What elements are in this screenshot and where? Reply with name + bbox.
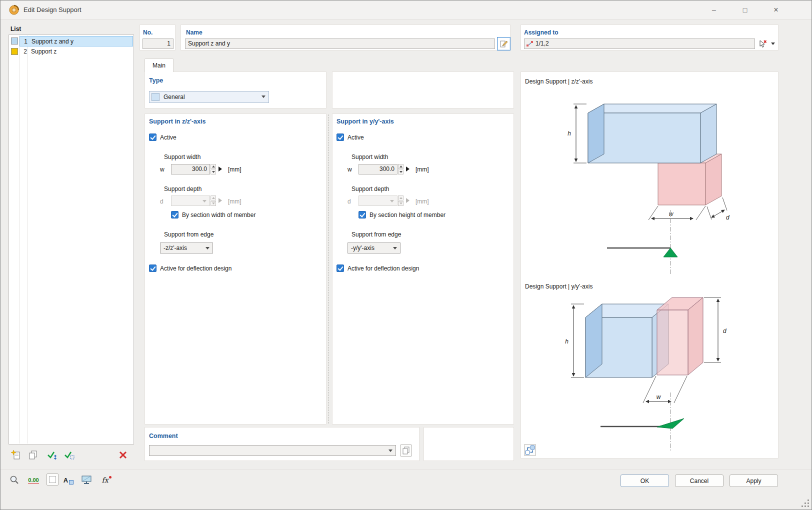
svg-text:d: d bbox=[726, 214, 730, 221]
decimal-places-button[interactable]: 0.00 bbox=[26, 473, 40, 487]
list-item-body[interactable]: 1 Support z and y bbox=[20, 36, 133, 46]
support-from-edge-y-value: -y/y'-axis bbox=[351, 244, 374, 252]
color-swatch[interactable] bbox=[11, 38, 18, 44]
by-section-width-checkbox[interactable] bbox=[171, 211, 178, 218]
apply-check-button[interactable] bbox=[46, 448, 58, 462]
panel-splitter[interactable] bbox=[328, 114, 329, 424]
support-width-y-expand-arrow[interactable] bbox=[404, 164, 410, 174]
w-y-label: w bbox=[348, 166, 352, 173]
cancel-button[interactable]: Cancel bbox=[675, 474, 724, 487]
assigned-field[interactable]: 1/1,2 bbox=[524, 38, 755, 49]
support-symbol-z bbox=[607, 210, 678, 274]
axes-swap-icon bbox=[525, 445, 535, 455]
new-support-button[interactable] bbox=[10, 448, 22, 462]
support-width-y-spinner[interactable] bbox=[398, 164, 404, 174]
support-width-y-input[interactable]: 300.0 bbox=[358, 164, 398, 174]
font-settings-button[interactable]: A bbox=[62, 473, 76, 487]
color-swatch-button[interactable] bbox=[46, 474, 58, 486]
apply-button[interactable]: Apply bbox=[730, 474, 778, 487]
no-field: 1 bbox=[142, 38, 174, 49]
formula-button[interactable]: fx bbox=[100, 473, 114, 487]
monitor-icon bbox=[81, 475, 92, 485]
type-panel: Type General bbox=[144, 72, 326, 108]
no-panel: No. 1 bbox=[140, 24, 176, 50]
support-width-z-expand-arrow[interactable] bbox=[217, 164, 223, 174]
name-panel: Name Support z and y bbox=[180, 24, 510, 50]
list-item[interactable]: 1 Support z and y bbox=[10, 36, 133, 46]
by-section-height-checkbox[interactable] bbox=[358, 211, 366, 218]
list-item[interactable]: 2 Support z bbox=[10, 46, 133, 57]
fx-icon: fx bbox=[102, 476, 108, 484]
help-button[interactable] bbox=[8, 473, 22, 487]
ok-button[interactable]: OK bbox=[620, 474, 669, 487]
copy-support-button[interactable] bbox=[26, 448, 40, 462]
support-width-z-spinner[interactable] bbox=[210, 164, 216, 174]
diagram-panel: Design Support | z/z'-axis bbox=[520, 72, 778, 458]
comment-label: Comment bbox=[149, 432, 178, 440]
support-list[interactable]: 1 Support z and y 2 Support z bbox=[8, 34, 134, 444]
footer-separator bbox=[0, 470, 812, 470]
minimize-button[interactable]: – bbox=[700, 0, 728, 19]
deflection-y-checkbox[interactable] bbox=[336, 264, 344, 272]
font-icon: A bbox=[64, 476, 68, 484]
deflection-z-checkbox[interactable] bbox=[149, 264, 156, 272]
w-z-unit: [mm] bbox=[228, 166, 242, 173]
spacer-panel bbox=[332, 72, 514, 108]
list-gridline bbox=[19, 36, 20, 444]
w-z-label: w bbox=[160, 166, 164, 173]
titlebar[interactable]: Edit Design Support – □ × bbox=[0, 0, 812, 20]
select-members-button[interactable] bbox=[756, 38, 769, 50]
tab-main-label: Main bbox=[152, 62, 166, 69]
maximize-button[interactable]: □ bbox=[730, 0, 760, 19]
active-z-checkbox[interactable] bbox=[149, 134, 156, 141]
assigned-dropdown-arrow[interactable] bbox=[771, 42, 775, 45]
support-from-edge-y-dropdown[interactable]: -y/y'-axis bbox=[348, 242, 400, 254]
svg-text:h: h bbox=[568, 130, 571, 137]
support-width-z-input[interactable]: 300.0 bbox=[171, 164, 210, 174]
by-section-width-label: By section width of member bbox=[182, 212, 256, 218]
color-swatch[interactable] bbox=[11, 48, 18, 55]
name-input[interactable]: Support z and y bbox=[185, 38, 495, 49]
support-depth-z-dropdown bbox=[171, 196, 210, 206]
assigned-panel: Assigned to 1/1,2 bbox=[520, 24, 778, 50]
support-depth-y-spinner bbox=[398, 196, 404, 206]
display-settings-button[interactable] bbox=[80, 473, 94, 487]
name-label: Name bbox=[186, 29, 202, 36]
support-depth-z-expand-arrow bbox=[217, 196, 223, 206]
active-z-label: Active bbox=[160, 134, 176, 141]
spacer-panel-2 bbox=[424, 427, 514, 461]
dimension-h-z bbox=[574, 104, 586, 163]
comment-dropdown[interactable] bbox=[149, 445, 396, 456]
active-y-checkbox[interactable] bbox=[336, 134, 344, 141]
type-label: Type bbox=[149, 77, 163, 84]
support-depth-z-spinner bbox=[210, 196, 216, 206]
list-item-body[interactable]: 2 Support z bbox=[20, 46, 133, 57]
support-from-edge-z-label: Support from edge bbox=[164, 231, 214, 238]
delete-support-button[interactable] bbox=[116, 448, 130, 462]
d-y-unit: [mm] bbox=[416, 198, 429, 205]
edit-pencil-icon bbox=[500, 40, 508, 48]
list-label: List bbox=[10, 26, 21, 32]
dimension-d-y bbox=[704, 298, 721, 362]
tab-main[interactable]: Main bbox=[144, 58, 174, 72]
diagram-refresh-button[interactable] bbox=[524, 444, 536, 456]
type-dropdown[interactable]: General bbox=[149, 91, 269, 103]
edit-design-support-dialog: Edit Design Support – □ × List 1 Support… bbox=[0, 0, 812, 510]
d-y-label: d bbox=[348, 198, 351, 205]
resize-grip[interactable] bbox=[802, 500, 810, 508]
support-y-panel: Support in y/y'-axis Active Support widt… bbox=[332, 114, 514, 424]
list-item-number: 2 bbox=[20, 46, 27, 57]
edit-name-button[interactable] bbox=[497, 37, 510, 50]
beam-z bbox=[588, 104, 716, 163]
app-logo-icon bbox=[8, 4, 20, 16]
support-z-panel: Support in z/z'-axis Active Support widt… bbox=[144, 114, 326, 424]
svg-text:w: w bbox=[669, 210, 674, 218]
list-gridline bbox=[27, 36, 28, 444]
support-from-edge-z-dropdown[interactable]: -z/z'-axis bbox=[160, 242, 213, 254]
support-width-z-label: Support width bbox=[164, 154, 200, 160]
close-button[interactable]: × bbox=[762, 0, 790, 19]
support-depth-z-label: Support depth bbox=[164, 186, 202, 192]
check-select-button[interactable] bbox=[62, 448, 76, 462]
comment-copy-button[interactable] bbox=[400, 444, 412, 456]
blank-swatch-icon bbox=[49, 476, 56, 483]
